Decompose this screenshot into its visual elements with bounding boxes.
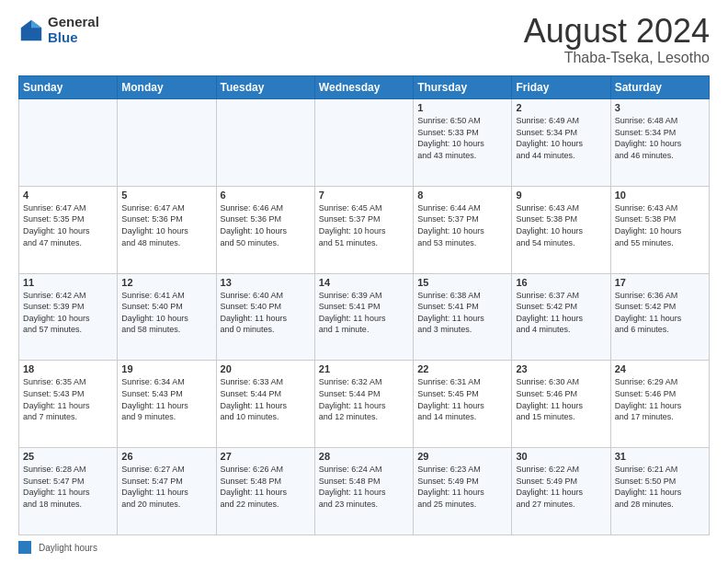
title-block: August 2024 Thaba-Tseka, Lesotho <box>524 15 710 66</box>
day-number: 16 <box>516 277 606 288</box>
page: General Blue August 2024 Thaba-Tseka, Le… <box>0 0 728 563</box>
day-info: Sunrise: 6:41 AM Sunset: 5:40 PM Dayligh… <box>121 290 211 336</box>
calendar-cell: 21Sunrise: 6:32 AM Sunset: 5:44 PM Dayli… <box>314 361 413 448</box>
day-info: Sunrise: 6:34 AM Sunset: 5:43 PM Dayligh… <box>121 376 211 422</box>
day-number: 1 <box>417 102 507 113</box>
day-number: 14 <box>319 277 409 288</box>
calendar-cell: 20Sunrise: 6:33 AM Sunset: 5:44 PM Dayli… <box>216 361 314 448</box>
calendar-cell: 31Sunrise: 6:21 AM Sunset: 5:50 PM Dayli… <box>610 448 709 535</box>
header-day: Saturday <box>610 76 709 99</box>
calendar-cell <box>314 99 413 187</box>
day-info: Sunrise: 6:37 AM Sunset: 5:42 PM Dayligh… <box>516 290 606 336</box>
calendar-cell: 5Sunrise: 6:47 AM Sunset: 5:36 PM Daylig… <box>118 186 216 273</box>
day-number: 22 <box>417 363 507 374</box>
day-info: Sunrise: 6:24 AM Sunset: 5:48 PM Dayligh… <box>319 464 409 510</box>
day-info: Sunrise: 6:23 AM Sunset: 5:49 PM Dayligh… <box>417 464 507 510</box>
calendar-cell: 24Sunrise: 6:29 AM Sunset: 5:46 PM Dayli… <box>610 361 709 448</box>
calendar-cell: 16Sunrise: 6:37 AM Sunset: 5:42 PM Dayli… <box>512 273 610 361</box>
day-number: 24 <box>615 363 705 374</box>
day-number: 21 <box>319 363 409 374</box>
day-number: 12 <box>121 277 211 288</box>
day-info: Sunrise: 6:49 AM Sunset: 5:34 PM Dayligh… <box>516 115 606 161</box>
day-info: Sunrise: 6:38 AM Sunset: 5:41 PM Dayligh… <box>417 290 507 336</box>
calendar-cell: 25Sunrise: 6:28 AM Sunset: 5:47 PM Dayli… <box>19 448 118 535</box>
day-info: Sunrise: 6:50 AM Sunset: 5:33 PM Dayligh… <box>417 115 507 161</box>
calendar-cell: 9Sunrise: 6:43 AM Sunset: 5:38 PM Daylig… <box>512 186 610 273</box>
header-day: Monday <box>118 76 216 99</box>
day-info: Sunrise: 6:28 AM Sunset: 5:47 PM Dayligh… <box>23 464 113 510</box>
day-number: 11 <box>23 277 113 288</box>
day-info: Sunrise: 6:21 AM Sunset: 5:50 PM Dayligh… <box>615 464 705 510</box>
calendar-week: 4Sunrise: 6:47 AM Sunset: 5:35 PM Daylig… <box>19 186 710 273</box>
day-number: 28 <box>319 451 409 462</box>
calendar-week: 11Sunrise: 6:42 AM Sunset: 5:39 PM Dayli… <box>19 273 710 361</box>
day-info: Sunrise: 6:40 AM Sunset: 5:40 PM Dayligh… <box>221 290 311 336</box>
day-number: 30 <box>516 451 606 462</box>
day-info: Sunrise: 6:44 AM Sunset: 5:37 PM Dayligh… <box>417 202 507 248</box>
calendar-cell: 3Sunrise: 6:48 AM Sunset: 5:34 PM Daylig… <box>610 99 709 187</box>
day-info: Sunrise: 6:29 AM Sunset: 5:46 PM Dayligh… <box>615 376 705 422</box>
day-info: Sunrise: 6:48 AM Sunset: 5:34 PM Dayligh… <box>615 115 705 161</box>
svg-marker-1 <box>31 19 41 27</box>
month-title: August 2024 <box>524 15 710 48</box>
day-info: Sunrise: 6:33 AM Sunset: 5:44 PM Dayligh… <box>221 376 311 422</box>
calendar-cell: 2Sunrise: 6:49 AM Sunset: 5:34 PM Daylig… <box>512 99 610 187</box>
logo-general: General <box>48 15 99 30</box>
day-number: 19 <box>121 363 211 374</box>
day-number: 29 <box>417 451 507 462</box>
calendar-cell: 30Sunrise: 6:22 AM Sunset: 5:49 PM Dayli… <box>512 448 610 535</box>
calendar-body: 1Sunrise: 6:50 AM Sunset: 5:33 PM Daylig… <box>19 99 710 535</box>
calendar-cell: 7Sunrise: 6:45 AM Sunset: 5:37 PM Daylig… <box>314 186 413 273</box>
calendar-week: 25Sunrise: 6:28 AM Sunset: 5:47 PM Dayli… <box>19 448 710 535</box>
day-info: Sunrise: 6:30 AM Sunset: 5:46 PM Dayligh… <box>516 376 606 422</box>
day-number: 2 <box>516 102 606 113</box>
logo-icon <box>18 17 44 43</box>
calendar-cell: 29Sunrise: 6:23 AM Sunset: 5:49 PM Dayli… <box>414 448 512 535</box>
header-day: Sunday <box>19 76 118 99</box>
day-number: 17 <box>615 277 705 288</box>
day-number: 3 <box>615 102 705 113</box>
day-info: Sunrise: 6:22 AM Sunset: 5:49 PM Dayligh… <box>516 464 606 510</box>
calendar-cell: 26Sunrise: 6:27 AM Sunset: 5:47 PM Dayli… <box>118 448 216 535</box>
calendar-cell <box>118 99 216 187</box>
logo-blue: Blue <box>48 30 99 46</box>
day-info: Sunrise: 6:47 AM Sunset: 5:35 PM Dayligh… <box>23 202 113 248</box>
day-info: Sunrise: 6:39 AM Sunset: 5:41 PM Dayligh… <box>319 290 409 336</box>
calendar-cell <box>19 99 118 187</box>
day-info: Sunrise: 6:35 AM Sunset: 5:43 PM Dayligh… <box>23 376 113 422</box>
day-number: 10 <box>615 190 705 201</box>
day-number: 31 <box>615 451 705 462</box>
calendar-cell: 8Sunrise: 6:44 AM Sunset: 5:37 PM Daylig… <box>414 186 512 273</box>
day-number: 25 <box>23 451 113 462</box>
day-number: 20 <box>221 363 311 374</box>
calendar: SundayMondayTuesdayWednesdayThursdayFrid… <box>18 75 710 535</box>
calendar-cell: 12Sunrise: 6:41 AM Sunset: 5:40 PM Dayli… <box>118 273 216 361</box>
calendar-cell: 13Sunrise: 6:40 AM Sunset: 5:40 PM Dayli… <box>216 273 314 361</box>
logo: General Blue <box>18 15 99 45</box>
header-day: Thursday <box>414 76 512 99</box>
header-day: Friday <box>512 76 610 99</box>
day-info: Sunrise: 6:45 AM Sunset: 5:37 PM Dayligh… <box>319 202 409 248</box>
day-info: Sunrise: 6:43 AM Sunset: 5:38 PM Dayligh… <box>615 202 705 248</box>
day-number: 5 <box>121 190 211 201</box>
header: General Blue August 2024 Thaba-Tseka, Le… <box>18 15 710 66</box>
header-day: Wednesday <box>314 76 413 99</box>
calendar-cell: 6Sunrise: 6:46 AM Sunset: 5:36 PM Daylig… <box>216 186 314 273</box>
calendar-cell: 23Sunrise: 6:30 AM Sunset: 5:46 PM Dayli… <box>512 361 610 448</box>
calendar-cell: 18Sunrise: 6:35 AM Sunset: 5:43 PM Dayli… <box>19 361 118 448</box>
calendar-cell: 19Sunrise: 6:34 AM Sunset: 5:43 PM Dayli… <box>118 361 216 448</box>
calendar-cell: 11Sunrise: 6:42 AM Sunset: 5:39 PM Dayli… <box>19 273 118 361</box>
day-info: Sunrise: 6:27 AM Sunset: 5:47 PM Dayligh… <box>121 464 211 510</box>
calendar-cell: 27Sunrise: 6:26 AM Sunset: 5:48 PM Dayli… <box>216 448 314 535</box>
calendar-cell: 1Sunrise: 6:50 AM Sunset: 5:33 PM Daylig… <box>414 99 512 187</box>
header-day: Tuesday <box>216 76 314 99</box>
day-info: Sunrise: 6:46 AM Sunset: 5:36 PM Dayligh… <box>221 202 311 248</box>
day-number: 13 <box>221 277 311 288</box>
day-number: 6 <box>221 190 311 201</box>
day-info: Sunrise: 6:31 AM Sunset: 5:45 PM Dayligh… <box>417 376 507 422</box>
calendar-cell: 14Sunrise: 6:39 AM Sunset: 5:41 PM Dayli… <box>314 273 413 361</box>
day-info: Sunrise: 6:43 AM Sunset: 5:38 PM Dayligh… <box>516 202 606 248</box>
day-info: Sunrise: 6:42 AM Sunset: 5:39 PM Dayligh… <box>23 290 113 336</box>
day-number: 26 <box>121 451 211 462</box>
calendar-week: 1Sunrise: 6:50 AM Sunset: 5:33 PM Daylig… <box>19 99 710 187</box>
